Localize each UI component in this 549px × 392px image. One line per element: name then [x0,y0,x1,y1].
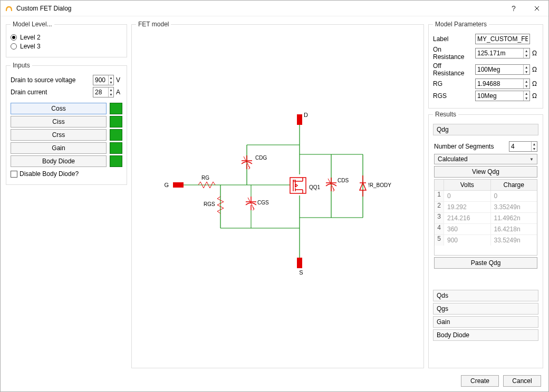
spin-up-icon[interactable]: ▲ [109,75,113,80]
cell-charge[interactable]: 0 [491,191,537,201]
fet-model-group: FET model [131,21,424,368]
cell-volts[interactable]: 214.216 [444,213,491,223]
table-row[interactable]: 590033.5249n [435,235,537,246]
spin-up-icon[interactable]: ▲ [524,48,529,53]
cell-charge[interactable]: 3.35249n [491,202,537,212]
spin-down-icon[interactable]: ▼ [109,92,113,97]
radio-level-2[interactable]: Level 2 [11,34,122,41]
vds-input[interactable]: ▲▼ [93,75,114,85]
id-input[interactable]: ▲▼ [93,87,114,97]
param-label: RG [433,80,473,87]
cell-charge[interactable]: 33.5249n [491,235,537,246]
spin-down-icon[interactable]: ▼ [109,80,113,85]
section-qds[interactable]: Qds [433,290,538,301]
spin-down-icon[interactable]: ▼ [524,84,529,89]
radio-icon [11,34,17,41]
param-row: Label [433,34,538,44]
vds-label: Drain to source voltage [11,76,91,84]
cell-volts[interactable]: 360 [444,224,491,234]
radio-label: Level 2 [20,34,41,41]
id-field[interactable] [93,87,108,97]
dialog-footer: Create Cancel [1,370,548,391]
gain-button[interactable]: Gain [11,142,107,154]
svg-rect-11 [297,114,302,125]
table-row[interactable]: 436016.4218n [435,224,537,235]
param-label: RGS [433,92,473,100]
section-qdg[interactable]: Qdg [433,124,538,135]
section-body-diode[interactable]: Body Diode [433,329,538,341]
model-level-legend: Model Level... [11,21,54,28]
create-button[interactable]: Create [461,375,499,387]
help-button[interactable]: ? [502,1,525,16]
disable-body-diode-checkbox[interactable] [11,171,17,178]
cell-volts[interactable]: 19.292 [444,202,491,212]
param-label: Label [433,35,473,43]
cell-charge[interactable]: 16.4218n [491,224,537,234]
param-unit: Ω [532,80,538,87]
segments-field[interactable] [509,142,531,151]
spin-up-icon[interactable]: ▲ [524,79,529,84]
svg-rect-15 [297,258,302,268]
param-row: RG▲▼Ω [433,79,538,89]
close-button[interactable] [525,1,548,16]
spin-down-icon[interactable]: ▼ [524,70,529,74]
row-index: 2 [435,202,444,212]
cell-volts[interactable]: 900 [444,235,491,246]
spin-down-icon[interactable]: ▼ [524,96,529,101]
param-field[interactable] [476,91,523,101]
param-unit: Ω [532,66,538,73]
spin-down-icon[interactable]: ▼ [524,53,529,58]
spin-up-icon[interactable]: ▲ [109,87,113,92]
row-index: 3 [435,213,444,223]
model-params-legend: Model Parameters [433,21,489,28]
chevron-down-icon: ▼ [529,157,534,162]
spin-down-icon[interactable]: ▼ [532,146,537,151]
svg-text:RGS: RGS [204,201,215,207]
radio-label: Level 3 [20,43,41,50]
paste-qdg-button[interactable]: Paste Qdg [434,257,537,269]
spin-up-icon[interactable]: ▲ [524,65,529,70]
svg-text:CDG: CDG [255,155,267,161]
radio-icon [11,43,17,50]
model-level-group: Model Level... Level 2 Level 3 [6,21,127,57]
crss-button[interactable]: Crss [11,129,107,141]
coss-button[interactable]: Coss [11,103,107,114]
param-field[interactable] [476,34,529,44]
schematic-svg: D G S RG RGS [136,112,426,281]
radio-level-3[interactable]: Level 3 [11,43,122,50]
body-diode-status-indicator [110,155,122,167]
svg-text:CDS: CDS [338,178,349,183]
vds-field[interactable] [93,75,108,85]
section-qgs[interactable]: Qgs [433,303,538,315]
ciss-button[interactable]: Ciss [11,116,107,128]
param-input[interactable]: ▲▼ [475,64,530,75]
spin-up-icon[interactable]: ▲ [532,142,537,146]
schematic-canvas: D G S RG RGS [136,112,419,286]
param-input[interactable]: ▲▼ [475,48,530,58]
mode-combo[interactable]: Calculated▼ [434,154,537,164]
param-field[interactable] [476,65,523,74]
view-qdg-button[interactable]: View Qdg [434,166,537,178]
param-field[interactable] [476,48,523,58]
section-gain[interactable]: Gain [433,316,538,328]
body-diode-button[interactable]: Body Diode [11,155,107,167]
spin-up-icon[interactable]: ▲ [524,91,529,96]
table-row[interactable]: 219.2923.35249n [435,202,537,213]
model-params-group: Model Parameters LabelOn Resistance▲▼ΩOf… [428,21,543,109]
cell-charge[interactable]: 11.4962n [491,213,537,223]
inputs-group: Inputs Drain to source voltage ▲▼ V Drai… [6,62,127,185]
table-row[interactable]: 3214.21611.4962n [435,213,537,224]
row-index: 1 [435,191,444,201]
param-input[interactable] [475,34,530,44]
id-label: Drain current [11,89,91,96]
cell-volts[interactable]: 0 [444,191,491,201]
row-index: 5 [435,235,444,246]
segments-input[interactable]: ▲▼ [509,141,537,152]
param-row: On Resistance▲▼Ω [433,46,538,61]
dialog-window: Custom FET Dialog ? Model Level... Level… [0,0,549,392]
table-row[interactable]: 100 [435,191,537,202]
cancel-button[interactable]: Cancel [503,375,541,387]
param-input[interactable]: ▲▼ [475,91,530,101]
param-input[interactable]: ▲▼ [475,79,530,89]
param-field[interactable] [476,79,523,89]
